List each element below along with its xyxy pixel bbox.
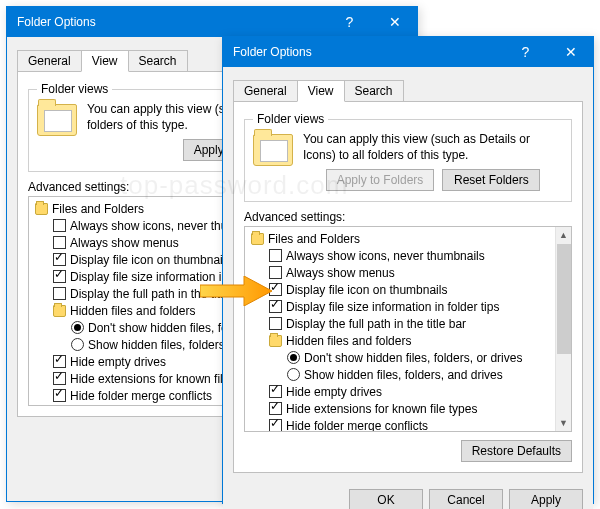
scroll-down-icon[interactable]: ▼ bbox=[556, 415, 572, 431]
folder-icon bbox=[251, 233, 264, 245]
radio-icon[interactable] bbox=[287, 351, 300, 364]
checkbox-icon[interactable] bbox=[53, 287, 66, 300]
cancel-button[interactable]: Cancel bbox=[429, 489, 503, 509]
window-title: Folder Options bbox=[17, 15, 96, 29]
tab-view[interactable]: View bbox=[81, 50, 129, 72]
help-button[interactable]: ? bbox=[327, 7, 372, 37]
checkbox-icon[interactable] bbox=[53, 219, 66, 232]
radio-icon[interactable] bbox=[71, 338, 84, 351]
checkbox-icon[interactable] bbox=[269, 300, 282, 313]
advanced-settings-label: Advanced settings: bbox=[244, 210, 572, 224]
tree-item[interactable]: Always show icons, never thumbnails bbox=[251, 248, 569, 265]
tree-item-label: Always show menus bbox=[286, 266, 395, 280]
tree-item-label: Always show icons, never thumbnails bbox=[286, 249, 485, 263]
checkbox-icon[interactable] bbox=[53, 236, 66, 249]
tab-search[interactable]: Search bbox=[128, 50, 188, 71]
help-button[interactable]: ? bbox=[503, 37, 548, 67]
tab-search[interactable]: Search bbox=[344, 80, 404, 101]
tree-item-label: Always show menus bbox=[70, 236, 179, 250]
checkbox-icon[interactable] bbox=[269, 266, 282, 279]
tree-item[interactable]: Show hidden files, folders, and drives bbox=[251, 367, 569, 384]
checkbox-icon[interactable] bbox=[269, 249, 282, 262]
tree-item-label: Display the full path in the title bar bbox=[286, 317, 466, 331]
folder-views-legend: Folder views bbox=[37, 82, 112, 96]
checkbox-icon[interactable] bbox=[269, 283, 282, 296]
folder-views-icon bbox=[253, 134, 293, 166]
folder-views-legend: Folder views bbox=[253, 112, 328, 126]
apply-button[interactable]: Apply bbox=[509, 489, 583, 509]
tree-item-label: Hidden files and folders bbox=[286, 334, 411, 348]
tabstrip: General View Search bbox=[233, 77, 583, 101]
reset-folders-button[interactable]: Reset Folders bbox=[442, 169, 540, 191]
tree-item-label: Hidden files and folders bbox=[70, 304, 195, 318]
tree-root[interactable]: Files and Folders bbox=[251, 231, 569, 248]
folder-views-icon bbox=[37, 104, 77, 136]
window-title: Folder Options bbox=[233, 45, 312, 59]
checkbox-icon[interactable] bbox=[53, 389, 66, 402]
checkbox-icon[interactable] bbox=[53, 355, 66, 368]
tree-item-label: Hide empty drives bbox=[70, 355, 166, 369]
tree-item[interactable]: Display file icon on thumbnails bbox=[251, 282, 569, 299]
tree-item[interactable]: Don't show hidden files, folders, or dri… bbox=[251, 350, 569, 367]
tree-item-label: Don't show hidden files, folders, or dri… bbox=[304, 351, 522, 365]
close-button[interactable]: ✕ bbox=[548, 37, 593, 67]
scroll-thumb[interactable] bbox=[557, 244, 571, 354]
tab-page-view: Folder views You can apply this view (su… bbox=[233, 101, 583, 473]
tree-item[interactable]: Hide extensions for known file types bbox=[251, 401, 569, 418]
tree-item[interactable]: Hide empty drives bbox=[251, 384, 569, 401]
apply-to-folders-button[interactable]: Apply to Folders bbox=[326, 169, 435, 191]
folder-views-text: You can apply this view (such as Details… bbox=[303, 132, 563, 163]
tree-item-label: Hide folder merge conflicts bbox=[286, 419, 428, 432]
checkbox-icon[interactable] bbox=[269, 317, 282, 330]
folder-views-group: Folder views You can apply this view (su… bbox=[244, 112, 572, 202]
folder-icon bbox=[269, 335, 282, 347]
tree-item-label: Hide empty drives bbox=[286, 385, 382, 399]
radio-icon[interactable] bbox=[287, 368, 300, 381]
checkbox-icon[interactable] bbox=[53, 372, 66, 385]
checkbox-icon[interactable] bbox=[53, 270, 66, 283]
folder-icon bbox=[35, 203, 48, 215]
tab-general[interactable]: General bbox=[17, 50, 82, 71]
tree-item-label: Display file icon on thumbnails bbox=[70, 253, 231, 267]
tree-item[interactable]: Hidden files and folders bbox=[251, 333, 569, 350]
tree-item-label: Hide folder merge conflicts bbox=[70, 389, 212, 403]
close-button[interactable]: ✕ bbox=[372, 7, 417, 37]
tree-item[interactable]: Display the full path in the title bar bbox=[251, 316, 569, 333]
checkbox-icon[interactable] bbox=[269, 385, 282, 398]
folder-options-dialog-front: Folder Options ? ✕ General View Search F… bbox=[222, 36, 594, 504]
checkbox-icon[interactable] bbox=[53, 253, 66, 266]
restore-defaults-button[interactable]: Restore Defaults bbox=[461, 440, 572, 462]
tree-item-label: Display file size information in folder … bbox=[286, 300, 499, 314]
tree-item-label: Hide extensions for known file types bbox=[286, 402, 477, 416]
tab-general[interactable]: General bbox=[233, 80, 298, 101]
tree-item-label: Show hidden files, folders, and drives bbox=[304, 368, 503, 382]
ok-button[interactable]: OK bbox=[349, 489, 423, 509]
titlebar[interactable]: Folder Options ? ✕ bbox=[7, 7, 417, 37]
folder-icon bbox=[53, 305, 66, 317]
checkbox-icon[interactable] bbox=[269, 402, 282, 415]
checkbox-icon[interactable] bbox=[269, 419, 282, 432]
advanced-settings-tree[interactable]: Files and FoldersAlways show icons, neve… bbox=[244, 226, 572, 432]
scroll-up-icon[interactable]: ▲ bbox=[556, 227, 572, 243]
titlebar[interactable]: Folder Options ? ✕ bbox=[223, 37, 593, 67]
radio-icon[interactable] bbox=[71, 321, 84, 334]
tab-view[interactable]: View bbox=[297, 80, 345, 102]
tree-item[interactable]: Display file size information in folder … bbox=[251, 299, 569, 316]
tree-item[interactable]: Always show menus bbox=[251, 265, 569, 282]
tree-item[interactable]: Hide folder merge conflicts bbox=[251, 418, 569, 432]
tree-item-label: Display file icon on thumbnails bbox=[286, 283, 447, 297]
tree-scrollbar[interactable]: ▲ ▼ bbox=[555, 227, 571, 431]
